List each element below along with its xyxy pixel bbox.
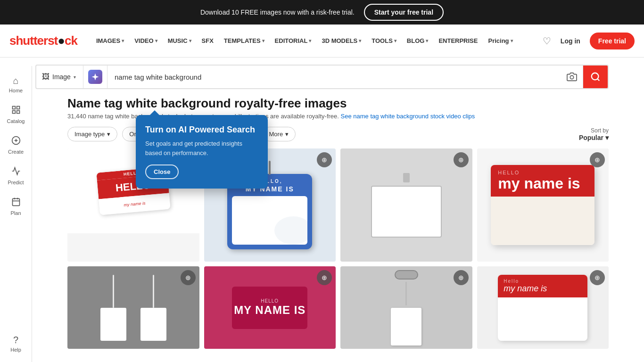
image-card[interactable]: ⊕ [340, 148, 472, 262]
plan-icon [11, 197, 21, 209]
zoom-button[interactable]: ⊕ [317, 152, 332, 167]
ai-tooltip-popup: Turn on AI Powered Search Set goals and … [136, 115, 268, 189]
search-input[interactable] [107, 73, 561, 81]
sidebar-item-home[interactable]: ⌂ Home [0, 71, 32, 98]
svg-point-0 [570, 75, 573, 79]
chevron-down-icon: ▾ [189, 38, 191, 43]
tooltip-description: Set goals and get predicted insights bas… [145, 139, 258, 157]
nav-3dmodels[interactable]: 3D MODELS ▾ [317, 33, 366, 48]
ai-icon [88, 70, 102, 84]
header: shutterst●ck IMAGES ▾ VIDEO ▾ MUSIC ▾ SF… [0, 25, 644, 58]
search-button[interactable] [583, 66, 608, 88]
svg-rect-6 [17, 111, 19, 114]
catalog-icon [11, 105, 21, 117]
zoom-button[interactable]: ⊕ [590, 270, 605, 285]
sidebar-label-help: Help [10, 347, 21, 353]
image-card[interactable]: Hello my name is ⊕ [477, 266, 609, 349]
chevron-down-icon: ▾ [155, 38, 157, 43]
search-type-label: Image [52, 73, 71, 81]
nav-enterprise[interactable]: ENTERPRISE [434, 33, 482, 48]
search-type-selector[interactable]: 🖼 Image ▾ [36, 66, 83, 88]
chevron-down-icon: ▾ [511, 38, 513, 43]
main-area: Name tag white background royalty-free i… [32, 89, 644, 349]
sidebar-label-predict: Predict [8, 180, 24, 185]
nav-sfx[interactable]: SFX [197, 33, 218, 48]
svg-line-2 [597, 79, 599, 81]
nav-video[interactable]: VIDEO ▾ [130, 33, 162, 48]
filter-image-type[interactable]: Image type ▾ [67, 127, 117, 141]
main-content: Name tag white background royalty-free i… [32, 89, 644, 349]
banner-text: Download 10 FREE images now with a risk-… [200, 8, 355, 16]
zoom-button[interactable]: ⊕ [181, 270, 196, 285]
help-icon: ? [13, 335, 18, 346]
image-card[interactable]: ⊕ [67, 266, 199, 349]
image-card[interactable]: HELLO my name is ⊕ [477, 148, 609, 262]
sort-label: Sort by [591, 127, 609, 134]
svg-rect-5 [12, 111, 15, 114]
sort-dropdown[interactable]: Popular ▾ [579, 134, 609, 141]
chevron-down-icon: ▾ [285, 131, 289, 138]
nav-pricing[interactable]: Pricing ▾ [483, 33, 517, 48]
nav-templates[interactable]: TEMPLATES ▾ [219, 33, 269, 48]
logo-text: shutterst●ck [9, 33, 77, 48]
chevron-down-icon: ▾ [74, 74, 76, 80]
video-clips-link[interactable]: See name tag white background stock vide… [341, 113, 475, 120]
search-bar: 🖼 Image ▾ [35, 65, 609, 89]
chevron-down-icon: ▾ [309, 38, 311, 43]
image-card[interactable]: ⊕ [340, 266, 472, 349]
sidebar: ⌂ Home Catalog Create Predict [0, 66, 32, 362]
main-nav: IMAGES ▾ VIDEO ▾ MUSIC ▾ SFX TEMPLATES ▾… [91, 33, 538, 48]
sidebar-item-plan[interactable]: Plan [0, 192, 32, 221]
logo[interactable]: shutterst●ck [9, 33, 77, 48]
tooltip-title: Turn on AI Powered Search [145, 124, 258, 135]
sidebar-label-home: Home [9, 88, 23, 93]
svg-point-1 [592, 73, 599, 80]
nav-editorial[interactable]: EDITORIAL ▾ [270, 33, 316, 48]
banner-cta-button[interactable]: Start your free trial [364, 4, 444, 21]
reverse-image-search-icon[interactable] [561, 66, 583, 88]
sidebar-item-create[interactable]: Create [0, 131, 32, 159]
chevron-down-icon: ▾ [107, 131, 110, 138]
search-container: 🖼 Image ▾ [0, 58, 644, 89]
sidebar-label-catalog: Catalog [7, 118, 25, 124]
results-title: Name tag white background royalty-free i… [67, 96, 609, 111]
nav-images[interactable]: IMAGES ▾ [91, 33, 129, 48]
chevron-down-icon: ▾ [394, 38, 396, 43]
image-type-icon: 🖼 [42, 73, 50, 81]
sidebar-label-create: Create [8, 149, 24, 155]
svg-rect-3 [12, 107, 15, 109]
home-icon: ⌂ [13, 75, 18, 86]
zoom-button[interactable]: ⊕ [317, 270, 332, 285]
image-card[interactable]: HELLO MY NAME IS ⊕ [204, 266, 336, 349]
chevron-down-icon: ▾ [605, 134, 609, 141]
predict-icon [11, 166, 21, 178]
sidebar-label-plan: Plan [10, 210, 21, 216]
create-icon [11, 136, 21, 148]
ai-search-toggle[interactable] [83, 66, 107, 88]
sidebar-item-help[interactable]: ? Help [0, 330, 32, 357]
zoom-button[interactable]: ⊕ [454, 270, 469, 285]
login-button[interactable]: Log in [556, 34, 585, 48]
zoom-button[interactable]: ⊕ [590, 152, 605, 167]
tooltip-close-button[interactable]: Close [145, 165, 179, 179]
favorites-icon[interactable]: ♡ [543, 35, 551, 47]
nav-music[interactable]: MUSIC ▾ [163, 33, 196, 48]
free-trial-button[interactable]: Free trial [590, 33, 635, 49]
zoom-button[interactable]: ⊕ [454, 152, 469, 167]
chevron-down-icon: ▾ [426, 38, 428, 43]
nav-blog[interactable]: BLOG ▾ [402, 33, 433, 48]
sidebar-item-predict[interactable]: Predict [0, 162, 32, 190]
svg-rect-4 [17, 107, 19, 109]
chevron-down-icon: ▾ [262, 38, 264, 43]
sort-section: Sort by Popular ▾ [579, 127, 609, 141]
chevron-down-icon: ▾ [359, 38, 361, 43]
header-actions: ♡ Log in Free trial [543, 33, 635, 49]
chevron-down-icon: ▾ [122, 38, 124, 43]
top-banner: Download 10 FREE images now with a risk-… [0, 0, 644, 25]
svg-rect-10 [12, 198, 19, 206]
sidebar-item-catalog[interactable]: Catalog [0, 100, 32, 129]
nav-tools[interactable]: TOOLS ▾ [367, 33, 401, 48]
